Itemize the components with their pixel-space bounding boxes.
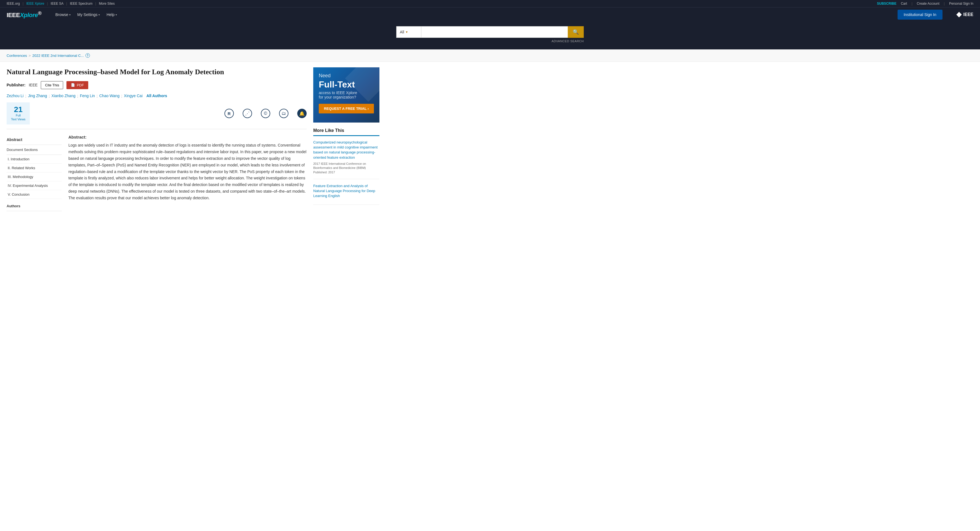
ad-box: Need Full-Text access to IEEE Xplorefor … <box>313 67 379 123</box>
breadcrumb-conferences[interactable]: Conferences <box>6 54 27 58</box>
author-3[interactable]: Feng Lin <box>80 94 95 98</box>
nav-bar: IEEEXplore® Browse ▾ My Settings ▾ Help … <box>0 7 980 22</box>
folder-icon: 🗂 <box>282 111 286 116</box>
help-nav[interactable]: Help ▾ <box>104 11 120 19</box>
related-article-0: Computerized neuropsychological assessme… <box>313 140 379 179</box>
r-icon-button[interactable]: R <box>224 109 234 118</box>
abstract-title: Abstract: <box>68 135 307 139</box>
related-article-1-title[interactable]: Feature Extraction and Analysis of Natur… <box>313 183 379 199</box>
doc-nav: Abstract Document Sections I. Introducti… <box>6 135 62 211</box>
publisher-name: IEEE <box>29 83 38 87</box>
author-2[interactable]: Xianbo Zhang <box>52 94 76 98</box>
copyright-icon-button[interactable]: © <box>261 109 270 118</box>
breadcrumb-help-icon[interactable]: ? <box>86 53 90 58</box>
ad-need-text: Need <box>319 73 374 79</box>
browse-chevron: ▾ <box>69 13 71 16</box>
bell-icon: 🔔 <box>299 111 305 116</box>
doc-nav-abstract[interactable]: Abstract <box>6 135 62 145</box>
cite-this-button[interactable]: Cite This <box>41 81 63 89</box>
search-button[interactable]: 🔍 <box>568 26 584 38</box>
breadcrumb-conference-link[interactable]: 2022 IEEE 2nd International C... <box>32 54 84 58</box>
search-input[interactable] <box>421 26 568 38</box>
cart-link[interactable]: Cart <box>901 2 907 6</box>
all-authors-link[interactable]: All Authors <box>146 94 167 98</box>
search-icon: 🔍 <box>573 29 579 35</box>
top-bar-right: SUBSCRIBE Cart | Create Account | Person… <box>877 2 974 6</box>
views-label: FullText Views <box>11 113 25 121</box>
full-text-views-badge: 21 FullText Views <box>6 102 30 125</box>
document-layout: Abstract Document Sections I. Introducti… <box>6 135 307 211</box>
doc-nav-experimental-analysis[interactable]: IV. Experimental Analysis <box>6 181 62 190</box>
publisher-label: Publisher: <box>6 83 25 87</box>
author-1[interactable]: Jing Zhang <box>28 94 47 98</box>
svg-rect-0 <box>956 12 962 18</box>
author-4[interactable]: Chao Wang <box>99 94 119 98</box>
related-article-1: Feature Extraction and Analysis of Natur… <box>313 183 379 205</box>
personal-sign-in-link[interactable]: Personal Sign In <box>949 2 974 6</box>
folder-icon-button[interactable]: 🗂 <box>279 109 288 118</box>
ieee-logo-right: IEEE <box>956 11 974 18</box>
pdf-icon: 📄 <box>71 83 75 87</box>
more-like-this-header: More Like This <box>313 128 379 136</box>
ieee-spectrum-link[interactable]: IEEE Spectrum <box>70 2 92 6</box>
bell-icon-button[interactable]: 🔔 <box>297 109 307 118</box>
search-bar: All ▾ 🔍 <box>396 26 584 38</box>
main-content: Natural Language Processing–based Model … <box>0 62 386 217</box>
top-bar: IEEE.org | IEEE Xplore | IEEE SA | IEEE … <box>0 0 980 7</box>
doc-nav-conclusion[interactable]: V. Conclusion <box>6 190 62 199</box>
my-settings-nav[interactable]: My Settings ▾ <box>75 11 103 19</box>
doc-nav-sections-label: Document Sections <box>6 145 62 155</box>
subscribe-link[interactable]: SUBSCRIBE <box>877 2 896 6</box>
author-0[interactable]: Zezhou Li <box>6 94 24 98</box>
browse-nav[interactable]: Browse ▾ <box>52 11 74 19</box>
doc-nav-introduction[interactable]: I. Introduction <box>6 155 62 164</box>
more-sites-link[interactable]: More Sites <box>99 2 115 6</box>
publisher-row: Publisher: IEEE Cite This 📄 PDF <box>6 81 307 89</box>
ad-sub-text: access to IEEE Xplorefor your organizati… <box>319 91 374 99</box>
ieee-xplore-link[interactable]: IEEE Xplore <box>26 2 44 6</box>
logo-text: IEEEXplore® <box>6 10 41 19</box>
views-count: 21 <box>14 106 22 113</box>
advanced-search-link[interactable]: ADVANCED SEARCH <box>396 40 584 43</box>
search-section: All ▾ 🔍 ADVANCED SEARCH <box>0 22 980 49</box>
breadcrumb-separator: > <box>29 54 31 58</box>
share-icon-button[interactable]: ⋰ <box>243 109 252 118</box>
related-article-0-title[interactable]: Computerized neuropsychological assessme… <box>313 140 379 160</box>
breadcrumb: Conferences > 2022 IEEE 2nd Internationa… <box>0 49 980 62</box>
metrics-icons: R ⋰ © 🗂 🔔 <box>224 109 307 118</box>
author-5[interactable]: Xingye Cai <box>124 94 143 98</box>
copyright-icon: © <box>264 111 267 116</box>
institutional-sign-in-button[interactable]: Institutional Sign In <box>897 10 942 19</box>
doc-nav-authors[interactable]: Authors <box>6 201 62 211</box>
authors-row: Zezhou Li ; Jing Zhang ; Xianbo Zhang ; … <box>6 94 307 98</box>
doc-nav-methodology[interactable]: III. Methodology <box>6 172 62 181</box>
article-main: Natural Language Processing–based Model … <box>6 67 307 211</box>
article-title: Natural Language Processing–based Model … <box>6 67 307 77</box>
right-sidebar: Need Full-Text access to IEEE Xplorefor … <box>313 67 379 211</box>
ieee-diamond-icon <box>956 11 963 18</box>
settings-chevron: ▾ <box>99 13 100 16</box>
search-category-dropdown[interactable]: All ▾ <box>396 26 421 38</box>
related-article-0-year: Published: 2017 <box>313 170 379 174</box>
dropdown-arrow-icon: ▾ <box>406 30 407 34</box>
free-trial-button[interactable]: REQUEST A FREE TRIAL › <box>319 104 374 113</box>
logo: IEEEXplore® <box>6 10 41 19</box>
abstract-text: Logs are widely used in IT industry and … <box>68 142 307 201</box>
doc-nav-related-works[interactable]: II. Related Works <box>6 164 62 172</box>
top-bar-left: IEEE.org | IEEE Xplore | IEEE SA | IEEE … <box>6 2 115 6</box>
abstract-content: Abstract: Logs are widely used in IT ind… <box>68 135 307 211</box>
ieee-org-link[interactable]: IEEE.org <box>6 2 20 6</box>
related-article-0-conf: 2017 IEEE International Conference on Bi… <box>313 162 379 170</box>
r-icon: R <box>228 111 231 116</box>
ieee-sa-link[interactable]: IEEE SA <box>51 2 64 6</box>
share-icon: ⋰ <box>245 111 250 116</box>
pdf-button[interactable]: 📄 PDF <box>67 81 88 89</box>
metrics-row: 21 FullText Views R ⋰ © 🗂 🔔 <box>6 102 307 129</box>
help-chevron: ▾ <box>116 13 117 16</box>
create-account-link[interactable]: Create Account <box>917 2 939 6</box>
nav-links: Browse ▾ My Settings ▾ Help ▾ <box>52 11 891 19</box>
